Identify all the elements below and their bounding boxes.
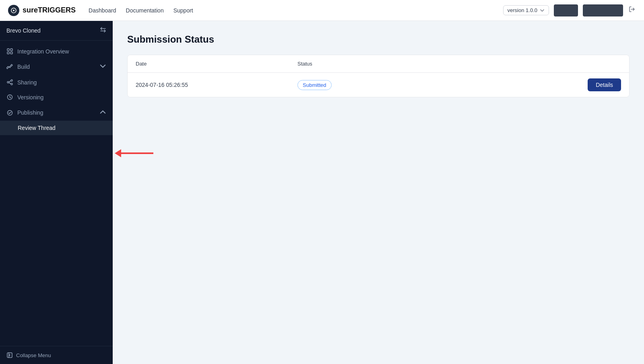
sidebar-item-build[interactable]: Build — [0, 59, 113, 75]
status-cell: Submitted — [297, 80, 459, 90]
brand-name: sureTRIGGERS — [23, 6, 76, 14]
logo-icon — [8, 5, 19, 16]
sidebar-item-label: Publishing — [17, 109, 95, 116]
nav-documentation[interactable]: Documentation — [126, 6, 164, 15]
main-content: Submission Status Date Status 2024-07-16… — [113, 21, 644, 364]
svg-point-1 — [13, 10, 14, 11]
grid-icon — [6, 48, 13, 55]
topnav-links: Dashboard Documentation Support — [89, 6, 193, 15]
col-status: Status — [297, 61, 459, 67]
submission-table: Date Status 2024-07-16 05:26:55 Submitte… — [127, 55, 630, 97]
sidebar-item-label: Build — [17, 64, 95, 70]
status-badge: Submitted — [297, 80, 332, 90]
col-date: Date — [136, 61, 297, 67]
sidebar: Brevo Cloned Integration Overview — [0, 21, 113, 364]
sidebar-item-publishing[interactable]: Publishing — [0, 105, 113, 121]
chevron-down-icon — [99, 63, 106, 71]
collapse-label: Collapse Menu — [16, 352, 51, 358]
sidebar-sub-item-review-thread[interactable]: Review Thread — [0, 121, 113, 135]
action-cell: Details — [459, 78, 621, 91]
svg-rect-3 — [10, 49, 12, 51]
nav-dashboard[interactable]: Dashboard — [89, 6, 116, 15]
logout-icon[interactable] — [628, 5, 636, 15]
details-button[interactable]: Details — [588, 78, 621, 91]
page-title: Submission Status — [127, 34, 630, 45]
collapse-icon — [6, 352, 13, 358]
workspace-name: Brevo Cloned — [6, 27, 41, 34]
main-layout: Brevo Cloned Integration Overview — [0, 21, 644, 364]
svg-rect-2 — [7, 49, 9, 51]
svg-point-6 — [9, 66, 10, 68]
submission-date: 2024-07-16 05:26:55 — [136, 82, 297, 88]
topnav: sureTRIGGERS Dashboard Documentation Sup… — [0, 0, 644, 21]
review-thread-label: Review Thread — [18, 125, 56, 131]
table-row: 2024-07-16 05:26:55 Submitted Details — [128, 73, 629, 97]
sidebar-item-versioning[interactable]: Versioning — [0, 90, 113, 105]
clock-icon — [6, 94, 13, 101]
version-selector[interactable]: version 1.0.0 — [503, 5, 549, 15]
version-label: version 1.0.0 — [508, 7, 537, 13]
sidebar-item-label: Integration Overview — [17, 48, 106, 55]
sidebar-item-sharing[interactable]: Sharing — [0, 75, 113, 90]
svg-rect-5 — [10, 52, 12, 54]
logo: sureTRIGGERS — [8, 5, 76, 16]
tool-icon — [6, 64, 13, 70]
chevron-up-icon — [99, 109, 106, 117]
share-icon — [6, 79, 13, 86]
sidebar-item-label: Versioning — [17, 94, 106, 101]
header-btn-2[interactable] — [583, 4, 623, 16]
chevron-down-icon — [540, 8, 545, 13]
sidebar-item-label: Sharing — [17, 79, 106, 86]
header-btn-1[interactable] — [554, 4, 578, 16]
col-action — [459, 61, 621, 67]
sidebar-item-integration-overview[interactable]: Integration Overview — [0, 44, 113, 59]
svg-rect-4 — [7, 52, 9, 54]
check-circle-icon — [6, 109, 13, 116]
swap-icon[interactable] — [100, 27, 106, 35]
table-header: Date Status — [128, 55, 629, 73]
topnav-left: sureTRIGGERS Dashboard Documentation Sup… — [8, 5, 490, 16]
collapse-menu-button[interactable]: Collapse Menu — [0, 346, 113, 364]
topnav-right: version 1.0.0 — [503, 4, 636, 16]
nav-support[interactable]: Support — [173, 6, 193, 15]
sidebar-nav: Integration Overview Build — [0, 41, 113, 346]
workspace-selector[interactable]: Brevo Cloned — [0, 21, 113, 41]
